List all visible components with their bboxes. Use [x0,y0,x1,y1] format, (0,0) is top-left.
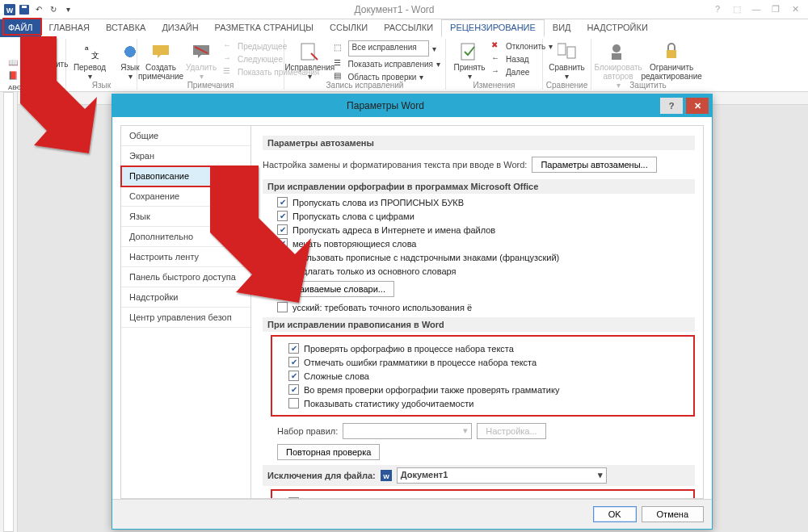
svg-rect-7 [301,44,314,60]
svg-rect-13 [667,50,676,58]
minimize-icon[interactable]: — [750,4,763,15]
rules-settings-button: Настройка... [477,423,545,439]
nav-trust-center[interactable]: Центр управления безоп [121,308,250,328]
chk-readability-label: Показывать статистику удобочитаемости [304,399,473,408]
dialog-footer: OK Отмена [112,499,712,529]
nav-general[interactable]: Общие [121,126,250,146]
svg-point-11 [612,44,621,52]
chk-french-label: спользовать прописные с надстрочными зна… [292,253,559,262]
ribbon-collapse-icon[interactable]: ⬚ [730,4,743,15]
save-icon[interactable] [18,3,31,16]
dialog-close-button[interactable]: ✕ [686,98,709,114]
section-exceptions-head: Исключения для файла:WДокумент1▾ [263,465,695,486]
chk-readability[interactable] [288,398,299,408]
maximize-icon[interactable]: ❐ [769,4,782,15]
redo-icon[interactable]: ↻ [47,3,60,16]
chk-check-spelling[interactable]: ✔ [288,343,299,354]
section-word-spell-head: При исправлении правописания в Word [263,317,695,332]
qat-dropdown-icon[interactable]: ▾ [61,3,74,16]
svg-text:W: W [383,473,389,480]
ribbon: ABC 📖Определить 📕Тезаурус ABC123Статисти… [0,37,808,92]
word-options-dialog: Параметры Word ? ✕ Общие Экран Правописа… [112,94,713,530]
arrow-file [8,32,97,157]
group-tracking-label: Запись исправлений [284,81,445,90]
undo-icon[interactable]: ↶ [32,3,45,16]
dialog-titlebar[interactable]: Параметры Word ? ✕ [112,94,712,117]
dialog-help-button[interactable]: ? [660,98,683,114]
dialog-title: Параметры Word [112,100,659,111]
chk-compound-label: Сложные слова [304,371,369,381]
tab-view[interactable]: ВИД [545,19,579,37]
chk-check-spelling-label: Проверять орфографию в процессе набора т… [304,344,514,354]
group-protect-label: Защитить [591,81,705,90]
tab-mailings[interactable]: РАССЫЛКИ [376,19,441,37]
display-dropdown[interactable]: ⬚Все исправления▾ [334,40,440,57]
chk-check-grammar-label: Отмечать ошибки грамматики в процессе на… [304,358,537,367]
svg-rect-8 [461,44,474,60]
exceptions-highlight: Скрыть орфографические ошибки только в э… [271,489,695,499]
chk-hide-spelling[interactable] [288,497,299,499]
cancel-button[interactable]: Отмена [642,506,704,522]
accept-button[interactable]: Принять▾ [451,40,488,82]
close-icon[interactable]: ✕ [789,4,802,15]
tab-layout[interactable]: РАЗМЕТКА СТРАНИЦЫ [207,19,322,37]
compare-button[interactable]: Сравнить▾ [548,40,586,82]
exceptions-file-dropdown[interactable]: Документ1▾ [397,467,607,484]
chk-also-grammar[interactable]: ✔ [288,384,299,395]
titlebar: W ↶ ↻ ▾ Документ1 - Word ? ⬚ — ❐ ✕ [0,0,808,19]
tab-refs[interactable]: ССЫЛКИ [322,19,376,37]
chk-also-grammar-label: Во время проверки орфографии также прове… [304,385,559,395]
word-doc-icon: W [381,470,392,481]
svg-rect-3 [22,6,27,8]
group-compare-label: Сравнение [543,81,591,90]
tab-addins[interactable]: НАДСТРОЙКИ [579,19,656,37]
arrow-proofing [202,161,323,307]
recheck-button[interactable]: Повторная проверка [277,444,380,460]
track-changes-button[interactable]: Исправления▾ [289,40,330,82]
document-title: Документ1 - Word [78,4,711,15]
group-comments-label: Примечания [137,81,284,90]
vertical-ruler: 1 2 3 4 5 6 7 8 [0,92,18,532]
svg-text:W: W [6,6,14,15]
tab-insert[interactable]: ВСТАВКА [98,19,154,37]
rules-label: Набор правил: [277,426,338,436]
rules-dropdown: ▾ [343,423,472,439]
delete-comment-button: Удалить▾ [183,40,220,82]
restrict-editing-button[interactable]: Ограничить редактирование [643,40,700,82]
svg-rect-9 [558,44,566,55]
chk-check-grammar[interactable]: ✔ [288,357,299,367]
spell-options-highlight: ✔Проверять орфографию в процессе набора … [271,335,695,417]
help-icon[interactable]: ? [711,4,724,15]
group-changes-label: Изменения [446,81,542,90]
section-office-spell-head: При исправлении орфографии в программах … [263,179,695,194]
word-icon: W [3,3,16,16]
ok-button[interactable]: OK [593,506,637,522]
tab-review[interactable]: РЕЦЕНЗИРОВАНИЕ [441,19,545,37]
chk-hide-spelling-label: Скрыть орфографические ошибки только в э… [304,498,550,500]
svg-rect-12 [612,53,621,60]
ribbon-tabs: ФАЙЛ ГЛАВНАЯ ВСТАВКА ДИЗАЙН РАЗМЕТКА СТР… [0,19,808,37]
svg-rect-10 [567,47,575,58]
section-autocorrect-head: Параметры автозамены [263,136,695,150]
autocorrect-options-button[interactable]: Параметры автозамены... [532,157,656,173]
chk-compound[interactable]: ✔ [288,371,299,381]
new-comment-button[interactable]: Создать примечание [142,40,179,82]
show-markup-button[interactable]: ☰Показать исправления ▾ [334,58,440,69]
tab-design[interactable]: ДИЗАЙН [154,19,206,37]
